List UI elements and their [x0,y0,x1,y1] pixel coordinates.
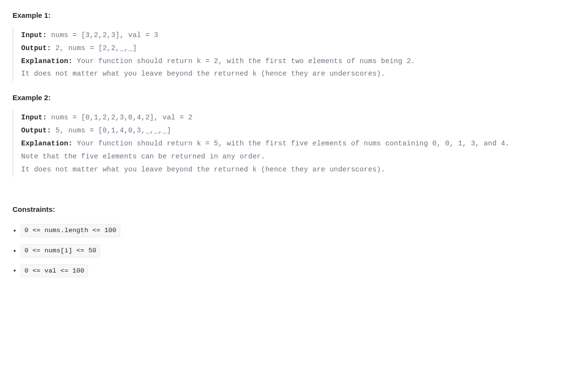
example-1-explanation-line-1: Explanation: Your function should return… [21,55,575,68]
output-text: 2, nums = [2,2,_,_] [51,44,137,52]
output-text: 5, nums = [0,1,4,0,3,_,_,_] [51,127,171,134]
example-1-explanation-line-2: It does not matter what you leave beyond… [21,67,575,80]
input-text: nums = [0,1,2,2,3,0,4,2], val = 2 [47,114,192,121]
explanation-text-1: Your function should return k = 5, with … [73,140,510,147]
input-label: Input: [21,114,47,121]
example-1-heading: Example 1: [13,10,575,21]
explanation-label: Explanation: [21,57,73,65]
example-2-explanation-line-1: Explanation: Your function should return… [21,137,575,150]
example-2-input-line: Input: nums = [0,1,2,2,3,0,4,2], val = 2 [21,111,575,124]
example-2-section: Example 2: Input: nums = [0,1,2,2,3,0,4,… [13,92,575,177]
input-label: Input: [21,31,47,39]
constraint-item: 0 <= val <= 100 [13,264,575,278]
example-2-heading: Example 2: [13,92,575,104]
input-text: nums = [3,2,2,3], val = 3 [47,31,158,39]
example-2-code-block: Input: nums = [0,1,2,2,3,0,4,2], val = 2… [13,110,575,177]
constraint-code: 0 <= val <= 100 [21,264,89,278]
example-1-input-line: Input: nums = [3,2,2,3], val = 3 [21,29,575,42]
constraints-list: 0 <= nums.length <= 100 0 <= nums[i] <= … [13,224,575,277]
example-2-explanation-line-2: Note that the five elements can be retur… [21,150,575,163]
example-1-code-block: Input: nums = [3,2,2,3], val = 3 Output:… [13,28,575,81]
constraints-section: Constraints: 0 <= nums.length <= 100 0 <… [13,204,575,277]
constraint-code: 0 <= nums[i] <= 50 [21,244,100,258]
output-label: Output: [21,127,51,134]
constraint-code: 0 <= nums.length <= 100 [21,224,120,237]
explanation-label: Explanation: [21,140,73,147]
constraints-heading: Constraints: [13,204,575,215]
constraint-item: 0 <= nums.length <= 100 [13,224,575,237]
explanation-text-1: Your function should return k = 2, with … [73,57,415,65]
example-2-explanation-line-3: It does not matter what you leave beyond… [21,163,575,176]
constraint-item: 0 <= nums[i] <= 50 [13,244,575,258]
example-2-output-line: Output: 5, nums = [0,1,4,0,3,_,_,_] [21,124,575,137]
output-label: Output: [21,44,51,52]
example-1-output-line: Output: 2, nums = [2,2,_,_] [21,42,575,55]
example-1-section: Example 1: Input: nums = [3,2,2,3], val … [13,10,575,81]
